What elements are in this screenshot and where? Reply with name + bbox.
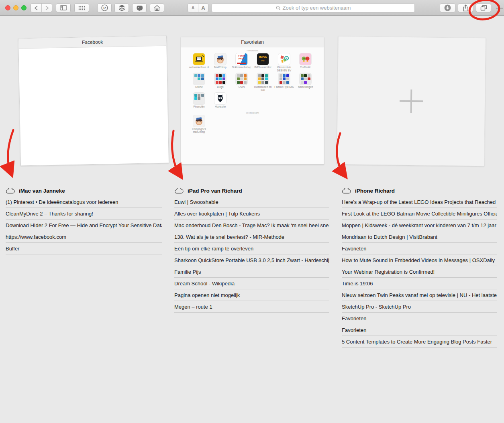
buffer-extension-button[interactable] (114, 3, 129, 12)
icloud-tab-list: Euwi | SwooshableAlles over kookplaten |… (174, 196, 329, 313)
frequently-visited-heading: Veelbezocht (181, 112, 324, 114)
pinterest-icon: P (101, 4, 108, 11)
pinterest-extension-button[interactable]: P (97, 3, 112, 12)
annotation-arrow-imac (8, 130, 13, 173)
forward-button[interactable] (41, 4, 52, 12)
icloud-tab-item[interactable]: SketchUp Pro - SketchUp Pro (342, 301, 497, 313)
back-button[interactable] (31, 4, 41, 12)
frequently-visited-grid: Campagnes MailChimp (188, 115, 324, 134)
favorite-item-folder[interactable]: Online (188, 73, 210, 92)
download-icon (444, 4, 451, 11)
sidebar-button[interactable] (56, 3, 71, 12)
device-header: iPad Pro van Richard (174, 185, 329, 196)
favorite-item-pink[interactable]: Craftholic (295, 53, 316, 72)
icloud-tab-item[interactable]: Moppen | Kidsweek - dé weekkrant voor ki… (342, 220, 497, 231)
new-tab-thumbnail[interactable] (337, 36, 486, 166)
downloads-button[interactable] (440, 3, 455, 12)
icloud-tab-item[interactable]: Alles over kookplaten | Tulp Keukens (174, 208, 329, 220)
browser-toolbar: P A A Zoek of typ een websitenaam (0, 0, 504, 16)
icloud-tab-item[interactable]: Favorieten (342, 324, 497, 336)
device-section-imac: iMac van Janneke (1) Pinterest • De idee… (6, 185, 162, 254)
device-name: iPhone Richard (355, 188, 395, 194)
favorite-item-fourpack[interactable]: FoURPAcK Sokkenwebshop (231, 53, 252, 72)
icloud-tab-item[interactable]: Familie Pijs (174, 266, 329, 278)
icloud-tab-item[interactable]: How to Mute Sound in Embedded Videos in … (342, 254, 497, 266)
device-header: iPhone Richard (342, 185, 497, 196)
icloud-tab-item[interactable]: Mac onderhoud Den Bosch - Trage Mac? Ik … (174, 220, 329, 231)
favorite-item-laptop[interactable]: webwinkelfans nl (188, 53, 210, 72)
icloud-tab-item[interactable]: Mondriaan to Dutch Design | VisitBrabant (342, 231, 497, 243)
icloud-tab-item[interactable]: Sharkoon QuickStore Portable USB 3.0 2,5… (174, 254, 329, 266)
search-icon (276, 6, 281, 10)
icloud-tab-item[interactable]: 138. Wat als je te snel bevriest? - MIR-… (174, 231, 329, 243)
address-bar[interactable]: Zoek of typ een websitenaam (212, 3, 415, 12)
plus-icon (496, 4, 503, 12)
share-icon (463, 4, 469, 12)
sidebar-icon (60, 5, 67, 10)
evernote-extension-button[interactable] (132, 3, 147, 12)
favorite-item-folder[interactable]: Familie Pijs NAS (273, 73, 295, 92)
text-size-group: A A (188, 3, 208, 12)
device-name: iMac van Janneke (19, 188, 65, 194)
device-header: iMac van Janneke (6, 185, 162, 196)
plus-icon (399, 89, 424, 114)
tab-thumbnail-facebook[interactable]: Facebook (18, 35, 169, 166)
favorite-item-folder[interactable]: OViN (231, 73, 252, 92)
favorite-item-kdesign[interactable]: Kloostertuin DESIGN BV (273, 53, 295, 72)
device-section-ipad: iPad Pro van Richard Euwi | SwooshableAl… (174, 185, 329, 313)
tab-thumbnail-title: Facebook (18, 36, 166, 49)
top-sites-button[interactable] (74, 3, 89, 12)
icloud-tab-item[interactable]: Your Webinar Registration is Confirmed! (342, 266, 497, 278)
favorite-item-folder[interactable]: Financiën (188, 93, 210, 108)
favorite-item-folder[interactable]: Blogs (210, 73, 231, 92)
icloud-tab-item[interactable]: Euwi | Swooshable (174, 196, 329, 208)
icloud-tab-item[interactable]: Nieuw seizoen Twin Peaks vanaf mei op te… (342, 289, 497, 301)
icloud-tab-item[interactable]: Pagina openen niet mogelijk (174, 289, 329, 301)
new-tab-button[interactable] (495, 4, 504, 12)
icloud-icon (342, 188, 351, 194)
decrease-text-size-button[interactable]: A (188, 4, 198, 12)
icloud-icon (6, 188, 15, 194)
icloud-tab-item[interactable]: Eén tip om elke ramp te overleven (174, 243, 329, 254)
share-button[interactable] (458, 3, 473, 12)
close-window-button[interactable] (5, 5, 10, 10)
icloud-icon (174, 188, 184, 194)
icloud-tab-item[interactable]: Time.is 19:06 (342, 278, 497, 289)
icloud-tab-item[interactable]: First Look at the LEGO Batman Movie Coll… (342, 208, 497, 220)
svg-text:P: P (103, 6, 106, 10)
icloud-tab-item[interactable]: Download HIder 2 For Free — Hide and Enc… (6, 220, 162, 231)
tab-thumbnail-title: Favorieten (181, 37, 324, 47)
device-name: iPad Pro van Richard (188, 188, 242, 194)
zoom-window-button[interactable] (21, 5, 27, 10)
favorites-grid: webwinkelfans nl MailChimp FoURPAcK Sokk… (188, 53, 324, 108)
icloud-tab-item[interactable]: CleanMyDrive 2 – Thanks for sharing! (6, 208, 162, 220)
icloud-tab-item[interactable]: Favorieten (342, 243, 497, 254)
evernote-elephant-icon (136, 4, 143, 11)
icloud-tab-list: (1) Pinterest • De ideeëncatalogus voor … (6, 196, 162, 254)
favorite-item-folder[interactable]: Huishouden en tuin (252, 73, 273, 92)
icloud-tab-item[interactable]: Dream School - Wikipedia (174, 278, 329, 289)
chevron-left-icon (34, 6, 38, 10)
favorite-item-imdb[interactable]: IMDbProIMDb watchlist (252, 53, 273, 72)
icloud-tab-item[interactable]: Buffer (6, 243, 162, 254)
tab-thumbnail-favorites[interactable]: Favorieten Favorieten webwinkelfans nl M… (181, 37, 324, 165)
favorite-item-mailchimp[interactable]: MailChimp (210, 53, 231, 72)
favorite-item-hootsuite[interactable]: Hootsuite (210, 93, 231, 108)
home-icon (153, 5, 161, 11)
favorite-item-mailchimp[interactable]: Campagnes MailChimp (188, 115, 210, 134)
icloud-tab-item[interactable]: 5 Content Templates to Create More Engag… (342, 336, 497, 348)
increase-text-size-button[interactable]: A (198, 4, 208, 12)
minimize-window-button[interactable] (13, 5, 18, 10)
icloud-tab-item[interactable]: (1) Pinterest • De ideeëncatalogus voor … (6, 196, 162, 208)
icloud-tab-item[interactable]: Megen – route 1 (174, 301, 329, 313)
icloud-tab-item[interactable]: Favorieten (342, 313, 497, 324)
favorites-page-heading: Favorieten (181, 49, 324, 52)
chevron-right-icon (45, 6, 49, 10)
annotation-arrow-ipad (172, 131, 180, 175)
icloud-tab-item[interactable]: https://www.facebook.com (6, 231, 162, 243)
favorite-item-folder[interactable]: Afbeeldingen (295, 73, 316, 92)
icloud-tab-list: Here’s a Wrap-up of the Latest LEGO Idea… (342, 196, 497, 348)
show-all-tabs-button[interactable] (476, 3, 491, 12)
home-button[interactable] (150, 3, 164, 12)
icloud-tab-item[interactable]: Here’s a Wrap-up of the Latest LEGO Idea… (342, 196, 497, 208)
